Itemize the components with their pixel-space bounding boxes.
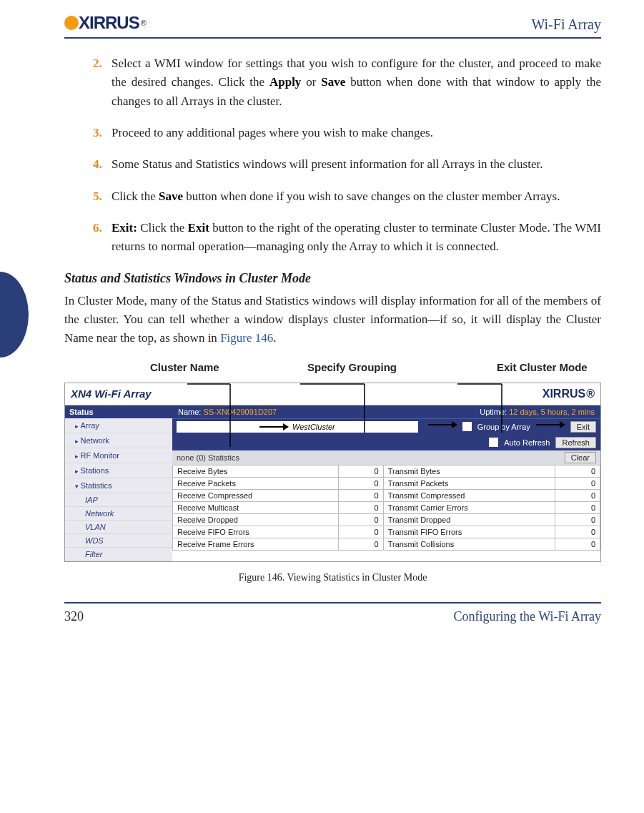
table-cell: Transmit Compressed bbox=[383, 489, 555, 501]
table-cell: 0 bbox=[338, 465, 383, 477]
arrow-icon bbox=[428, 424, 457, 425]
step-number: 5. bbox=[93, 187, 112, 206]
table-cell: 0 bbox=[555, 489, 600, 501]
group-by-array-label[interactable]: Group by Array bbox=[477, 423, 530, 431]
sidebar-subitem[interactable]: Filter bbox=[65, 548, 172, 561]
table-cell: 0 bbox=[555, 513, 600, 526]
table-cell: Receive Bytes bbox=[173, 465, 339, 477]
table-cell: Receive Multicast bbox=[173, 501, 339, 513]
refresh-button[interactable]: Refresh bbox=[555, 437, 596, 448]
sidebar-subitem[interactable]: IAP bbox=[65, 493, 172, 507]
table-row: Receive Multicast0Transmit Carrier Error… bbox=[173, 501, 600, 513]
step-number: 2. bbox=[93, 54, 112, 111]
table-cell: Transmit Carrier Errors bbox=[383, 501, 555, 513]
side-tab bbox=[0, 272, 29, 358]
table-cell: Receive Packets bbox=[173, 477, 339, 489]
group-bar: WestCluster Group by Array Exit bbox=[172, 418, 600, 435]
brand-logo: XIRRUS ® bbox=[64, 13, 146, 33]
table-cell: 0 bbox=[338, 526, 383, 538]
table-cell: Receive Compressed bbox=[173, 489, 339, 501]
stats-table: Receive Bytes0Transmit Bytes0Receive Pac… bbox=[172, 465, 600, 551]
step-number: 4. bbox=[93, 155, 112, 174]
sidebar-subitem[interactable]: VLAN bbox=[65, 521, 172, 534]
table-row: Receive Dropped0Transmit Dropped0 bbox=[173, 513, 600, 526]
table-cell: Receive Dropped bbox=[173, 513, 339, 526]
table-cell: 0 bbox=[555, 538, 600, 550]
step-body: Proceed to any additional pages where yo… bbox=[112, 124, 601, 142]
page-title: Wi-Fi Array bbox=[531, 16, 601, 33]
sidebar-item[interactable]: Stations bbox=[65, 463, 172, 478]
auto-refresh-label[interactable]: Auto Refresh bbox=[504, 438, 550, 447]
section-paragraph: In Cluster Mode, many of the Status and … bbox=[64, 292, 601, 348]
logo-text: XIRRUS bbox=[79, 13, 139, 33]
sidebar-item-statistics[interactable]: Statistics bbox=[65, 478, 172, 493]
steps-list: 2.Select a WMI window for settings that … bbox=[93, 54, 601, 257]
uptime-label: Uptime: bbox=[480, 408, 507, 416]
sidebar-header: Status bbox=[65, 405, 172, 418]
step-body: Some Status and Statistics windows will … bbox=[112, 155, 601, 174]
table-row: Receive FIFO Errors0Transmit FIFO Errors… bbox=[173, 526, 600, 538]
step-body: Click the Save button when done if you w… bbox=[112, 187, 601, 206]
sidebar-item[interactable]: RF Monitor bbox=[65, 448, 172, 463]
step-body: Exit: Click the Exit button to the right… bbox=[112, 219, 601, 257]
refresh-bar: Auto Refresh Refresh bbox=[172, 435, 600, 450]
sidebar-subitem[interactable]: Network bbox=[65, 507, 172, 521]
step-item: 6.Exit: Click the Exit button to the rig… bbox=[93, 219, 601, 257]
step-number: 6. bbox=[93, 219, 112, 257]
stats-title: none (0) Statistics bbox=[177, 453, 239, 462]
group-checkbox[interactable] bbox=[462, 422, 472, 431]
table-cell: 0 bbox=[555, 501, 600, 513]
table-cell: 0 bbox=[338, 501, 383, 513]
table-cell: Transmit Packets bbox=[383, 477, 555, 489]
table-cell: Transmit Collisions bbox=[383, 538, 555, 550]
sidebar-item[interactable]: Network bbox=[65, 433, 172, 448]
para-text: In Cluster Mode, many of the Status and … bbox=[64, 294, 601, 345]
clear-button[interactable]: Clear bbox=[565, 452, 596, 463]
table-row: Receive Bytes0Transmit Bytes0 bbox=[173, 465, 600, 477]
section-subhead: Status and Statistics Windows in Cluster… bbox=[64, 271, 601, 286]
arrow-icon bbox=[536, 424, 565, 425]
table-cell: Transmit FIFO Errors bbox=[383, 526, 555, 538]
page-footer: 320 Configuring the Wi-Fi Array bbox=[64, 602, 601, 641]
table-row: Receive Compressed0Transmit Compressed0 bbox=[173, 489, 600, 501]
callout-specify-grouping: Specify Grouping bbox=[307, 361, 397, 373]
name-bar: Name: SS-XN0429091D207 Uptime: 12 days, … bbox=[172, 405, 600, 418]
sidebar-subitem[interactable]: WDS bbox=[65, 534, 172, 548]
table-cell: Transmit Bytes bbox=[383, 465, 555, 477]
step-number: 3. bbox=[93, 124, 112, 142]
logo-dot-icon bbox=[64, 16, 79, 30]
sidebar-item[interactable]: Array bbox=[65, 418, 172, 433]
table-row: Receive Packets0Transmit Packets0 bbox=[173, 477, 600, 489]
table-cell: 0 bbox=[555, 465, 600, 477]
step-item: 2.Select a WMI window for settings that … bbox=[93, 54, 601, 111]
table-cell: Receive FIFO Errors bbox=[173, 526, 339, 538]
exit-button[interactable]: Exit bbox=[570, 421, 596, 433]
logo-dot-icon bbox=[532, 389, 542, 399]
table-cell: 0 bbox=[338, 513, 383, 526]
table-cell: 0 bbox=[338, 489, 383, 501]
auto-refresh-checkbox[interactable] bbox=[489, 438, 498, 447]
table-cell: 0 bbox=[338, 538, 383, 550]
callout-cluster-name: Cluster Name bbox=[150, 361, 219, 373]
table-cell: 0 bbox=[338, 477, 383, 489]
table-row: Receive Frame Errors0Transmit Collisions… bbox=[173, 538, 600, 550]
screenshot-panel: XN4 Wi-Fi Array XIRRUS® Status ArrayNetw… bbox=[64, 383, 601, 562]
screenshot-brand-logo: XIRRUS® bbox=[532, 388, 595, 400]
table-cell: Receive Frame Errors bbox=[173, 538, 339, 550]
uptime-value: 12 days, 5 hours, 2 mins bbox=[509, 408, 595, 416]
step-item: 4.Some Status and Statistics windows wil… bbox=[93, 155, 601, 174]
table-cell: 0 bbox=[555, 526, 600, 538]
registered-icon: ® bbox=[141, 19, 146, 27]
figure-reference[interactable]: Figure 146 bbox=[220, 331, 273, 345]
callout-exit-cluster: Exit Cluster Mode bbox=[497, 361, 588, 373]
name-label: Name: bbox=[178, 408, 201, 416]
stats-title-bar: none (0) Statistics Clear bbox=[172, 450, 600, 465]
footer-section: Configuring the Wi-Fi Array bbox=[454, 609, 601, 624]
figure-caption: Figure 146. Viewing Statistics in Cluste… bbox=[64, 572, 601, 583]
device-title: XN4 Wi-Fi Array bbox=[71, 388, 152, 400]
step-body: Select a WMI window for settings that yo… bbox=[112, 54, 601, 111]
page-header: XIRRUS ® Wi-Fi Array bbox=[64, 13, 601, 39]
main-panel: Name: SS-XN0429091D207 Uptime: 12 days, … bbox=[172, 405, 600, 561]
name-value: SS-XN0429091D207 bbox=[203, 408, 277, 416]
callout-row: Cluster Name Specify Grouping Exit Clust… bbox=[107, 361, 601, 383]
